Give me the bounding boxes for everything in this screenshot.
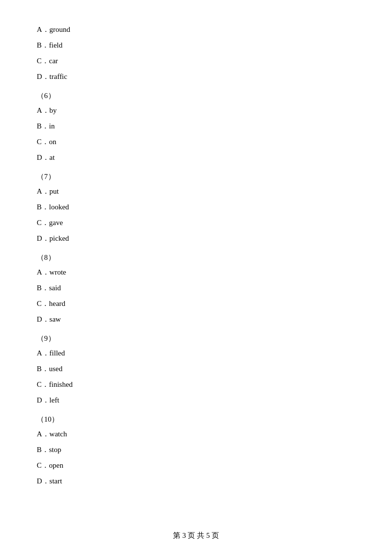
- option-item: C．heard: [37, 298, 355, 309]
- option-item: A．wrote: [37, 266, 355, 278]
- question-block-10: （10） A．watch B．stop C．open D．start: [37, 415, 355, 487]
- question-block-8: （8） A．wrote B．said C．heard D．saw: [37, 253, 355, 325]
- option-item: C．finished: [37, 378, 355, 390]
- question-block-7: （7） A．put B．looked C．gave D．picked: [37, 172, 355, 244]
- question-block-6: （6） A．by B．in C．on D．at: [37, 91, 355, 163]
- question-number: （9）: [37, 334, 355, 343]
- question-number: （8）: [37, 253, 355, 262]
- option-item: D．at: [37, 151, 355, 163]
- option-item: B．used: [37, 363, 355, 375]
- option-item: D．picked: [37, 232, 355, 244]
- option-item: D．traffic: [37, 71, 355, 82]
- option-item: C．open: [37, 459, 355, 471]
- option-item: D．left: [37, 394, 355, 406]
- question-number: （6）: [37, 91, 355, 101]
- question-block-9: （9） A．filled B．used C．finished D．left: [37, 334, 355, 406]
- footer-text: 第 3 页 共 5 页: [173, 531, 219, 539]
- page-content: A．ground B．field C．car D．traffic （6） A．b…: [0, 0, 392, 520]
- option-item: A．watch: [37, 428, 355, 440]
- option-item: D．saw: [37, 313, 355, 325]
- option-item: C．gave: [37, 217, 355, 228]
- option-item: A．ground: [37, 24, 355, 35]
- option-item: B．said: [37, 282, 355, 294]
- option-item: C．on: [37, 136, 355, 148]
- option-item: D．start: [37, 475, 355, 487]
- option-item: B．field: [37, 39, 355, 51]
- question-number: （10）: [37, 415, 355, 424]
- option-item: B．in: [37, 120, 355, 132]
- question-number: （7）: [37, 172, 355, 181]
- question-block-5: A．ground B．field C．car D．traffic: [37, 24, 355, 82]
- option-item: B．looked: [37, 201, 355, 213]
- option-item: C．car: [37, 55, 355, 67]
- option-item: A．filled: [37, 347, 355, 359]
- page-footer: 第 3 页 共 5 页: [0, 531, 392, 540]
- option-item: A．by: [37, 104, 355, 116]
- option-item: B．stop: [37, 444, 355, 455]
- option-item: A．put: [37, 185, 355, 197]
